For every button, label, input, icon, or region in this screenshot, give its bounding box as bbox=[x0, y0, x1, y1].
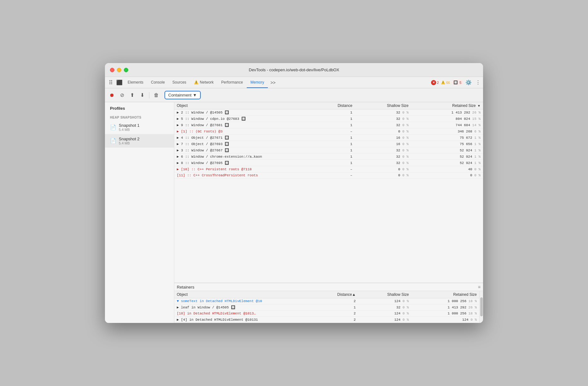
upload-button[interactable]: ⬆ bbox=[128, 91, 136, 100]
cell-object: ▼ someText in Detached HTMLDivElement @1… bbox=[174, 298, 312, 304]
table-row[interactable]: ▶ [1] :: (GC roots) @3 – 0 0 % 346 268 6… bbox=[174, 128, 483, 135]
cell-object: ▶ 3 :: Window / @27667 🔲 bbox=[174, 147, 313, 154]
cell-object: ▶ 6 :: Window / chrome-extension://a…kao… bbox=[174, 154, 313, 160]
cell-shallow: 124 0 % bbox=[358, 317, 411, 323]
settings-icon[interactable]: ⚙️ bbox=[465, 79, 472, 86]
tab-memory[interactable]: Memory bbox=[247, 77, 268, 88]
info-icon: 🔲 bbox=[453, 80, 458, 85]
cell-retained: 1 413 292 26 % bbox=[411, 304, 479, 311]
cell-retained: 75 656 1 % bbox=[411, 141, 483, 147]
table-row[interactable]: ▶ 7 :: Object / @27693 🔲 1 16 0 % 75 656… bbox=[174, 141, 483, 147]
table-row[interactable]: ▶ 4 :: Object / @27671 🔲 1 16 0 % 75 672… bbox=[174, 135, 483, 141]
cell-object: ▶ 8 :: Window / @27695 🔲 bbox=[174, 160, 313, 166]
cell-distance: 1 bbox=[313, 135, 355, 141]
col-distance-header[interactable]: Distance bbox=[313, 102, 355, 109]
inspect-icon[interactable]: ⠿ bbox=[106, 78, 115, 87]
lower-panel-wrap: Object Distance▲ Shallow Size Retained S… bbox=[174, 291, 483, 323]
table-row[interactable]: ▶ [10] :: C++ Persistent roots @7118 – 0… bbox=[174, 166, 483, 173]
record-button[interactable]: ⏺ bbox=[107, 91, 116, 100]
sidebar-item-snapshot1[interactable]: 📄 Snapshot 1 5.4 MB bbox=[105, 120, 174, 134]
cell-retained: 744 684 14 % bbox=[411, 122, 483, 128]
sort-arrow-icon: ▼ bbox=[477, 104, 481, 108]
cell-retained: 52 924 1 % bbox=[411, 160, 483, 166]
table-row[interactable]: [10] in Detached HTMLDivElement @1013… 2… bbox=[174, 311, 479, 317]
nav-tabs: ⠿ ⬛ Elements Console Sources ⚠️ Network … bbox=[105, 77, 483, 88]
ret-col-retained-header[interactable]: Retained Size bbox=[411, 291, 479, 298]
lower-panel-table: Object Distance▲ Shallow Size Retained S… bbox=[174, 291, 479, 323]
sidebar-item-snapshot2[interactable]: 📄 Snapshot 2 5.4 MB bbox=[105, 134, 174, 148]
cell-shallow: 0 0 % bbox=[355, 166, 411, 173]
chevron-down-icon: ▼ bbox=[193, 93, 197, 97]
more-tabs-button[interactable]: >> bbox=[268, 79, 278, 86]
cell-distance: 2 bbox=[312, 311, 358, 317]
warning-triangle-icon: ⚠️ bbox=[441, 80, 445, 85]
cell-distance: 1 bbox=[313, 122, 355, 128]
error-icon: ✕ bbox=[431, 80, 436, 85]
snapshot2-icon: 📄 bbox=[110, 138, 116, 144]
snapshot-icon: 📄 bbox=[110, 124, 116, 130]
warning-badge: ⚠️ 66 bbox=[441, 80, 450, 85]
cell-shallow: 16 0 % bbox=[355, 141, 411, 147]
tab-sources[interactable]: Sources bbox=[169, 77, 190, 88]
panel-menu-icon[interactable]: ≡ bbox=[478, 284, 481, 290]
cell-distance: 1 bbox=[313, 141, 355, 147]
table-row[interactable]: ▶ leaf in Window / @14505 🔲 1 32 0 % 1 4… bbox=[174, 304, 479, 311]
cell-shallow: 32 0 % bbox=[355, 116, 411, 122]
kebab-menu-icon[interactable]: ⋮ bbox=[474, 79, 482, 86]
col-object-header[interactable]: Object bbox=[174, 102, 313, 109]
table-row[interactable]: ▶ 2 :: Window / @14505 🔲 1 32 0 % 1 413 … bbox=[174, 109, 483, 116]
titlebar: DevTools - codepen.io/web-dot-dev/live/P… bbox=[105, 63, 483, 77]
table-row[interactable]: ▶ 5 :: Window / cdpn.io @27683 🔲 1 32 0 … bbox=[174, 116, 483, 122]
table-row[interactable]: ▶ [4] in Detached HTMLDivElement @10131 … bbox=[174, 317, 479, 323]
ret-col-shallow-header[interactable]: Shallow Size bbox=[358, 291, 411, 298]
table-row[interactable]: ▶ 6 :: Window / chrome-extension://a…kao… bbox=[174, 154, 483, 160]
clear-button[interactable]: ⊘ bbox=[118, 91, 126, 100]
cell-distance: – bbox=[313, 128, 355, 135]
table-row[interactable]: ▶ 3 :: Window / @27667 🔲 1 32 0 % 52 924… bbox=[174, 147, 483, 154]
ret-col-distance-header[interactable]: Distance▲ bbox=[312, 291, 358, 298]
cell-distance: 2 bbox=[312, 298, 358, 304]
cell-retained: 346 268 6 % bbox=[411, 128, 483, 135]
window-title: DevTools - codepen.io/web-dot-dev/live/P… bbox=[249, 67, 339, 72]
cell-shallow: 32 0 % bbox=[355, 160, 411, 166]
collect-button[interactable]: 🗑 bbox=[152, 91, 161, 100]
containment-dropdown[interactable]: Containment ▼ bbox=[164, 91, 201, 99]
info-badge: 🔲 5 bbox=[452, 80, 463, 85]
minimize-button[interactable] bbox=[117, 68, 121, 72]
close-button[interactable] bbox=[110, 68, 114, 72]
col-shallow-header[interactable]: Shallow Size bbox=[355, 102, 411, 109]
warning-icon: ⚠️ bbox=[194, 80, 199, 85]
cell-retained: 1 000 256 18 % bbox=[411, 298, 479, 304]
scrollbar-track[interactable] bbox=[479, 291, 483, 323]
device-toggle-icon[interactable]: ⬛ bbox=[115, 78, 124, 87]
table-row[interactable]: ▼ someText in Detached HTMLDivElement @1… bbox=[174, 298, 479, 304]
download-button[interactable]: ⬇ bbox=[138, 91, 147, 100]
table-row[interactable]: ▶ 8 :: Window / @27695 🔲 1 32 0 % 52 924… bbox=[174, 160, 483, 166]
error-badge: ✕ 2 bbox=[431, 80, 439, 85]
col-retained-header[interactable]: Retained Size ▼ bbox=[411, 102, 483, 109]
cell-object: ▶ 5 :: Window / cdpn.io @27683 🔲 bbox=[174, 116, 313, 122]
tab-network[interactable]: ⚠️ Network bbox=[190, 77, 217, 88]
sidebar: Profiles HEAP SNAPSHOTS 📄 Snapshot 1 5.4… bbox=[105, 102, 174, 323]
separator bbox=[149, 92, 149, 98]
ret-col-object-header[interactable]: Object bbox=[174, 291, 312, 298]
nav-right: ✕ 2 ⚠️ 66 🔲 5 ⚙️ ⋮ bbox=[431, 79, 482, 86]
cell-distance: – bbox=[313, 173, 355, 178]
retainers-title: Retainers bbox=[177, 285, 194, 290]
scrollbar-thumb[interactable] bbox=[480, 297, 483, 316]
maximize-button[interactable] bbox=[124, 68, 128, 72]
snapshot2-size: 5.4 MB bbox=[119, 141, 140, 145]
cell-distance: 1 bbox=[312, 304, 358, 311]
snapshot2-name: Snapshot 2 bbox=[119, 137, 140, 141]
tab-performance[interactable]: Performance bbox=[217, 77, 247, 88]
tab-console[interactable]: Console bbox=[147, 77, 169, 88]
panel-area: Object Distance Shallow Size Retained Si… bbox=[174, 102, 483, 323]
table-row[interactable]: ▶ 9 :: Window / @27681 🔲 1 32 0 % 744 68… bbox=[174, 122, 483, 128]
snapshot1-name: Snapshot 1 bbox=[119, 123, 140, 128]
table-row[interactable]: [11] :: C++ CrossThreadPersistent roots … bbox=[174, 173, 483, 178]
traffic-lights bbox=[110, 68, 128, 72]
cell-object: [11] :: C++ CrossThreadPersistent roots bbox=[174, 173, 313, 178]
cell-object: ▶ [1] :: (GC roots) @3 bbox=[174, 128, 313, 135]
cell-shallow: 0 0 % bbox=[355, 173, 411, 178]
tab-elements[interactable]: Elements bbox=[124, 77, 147, 88]
